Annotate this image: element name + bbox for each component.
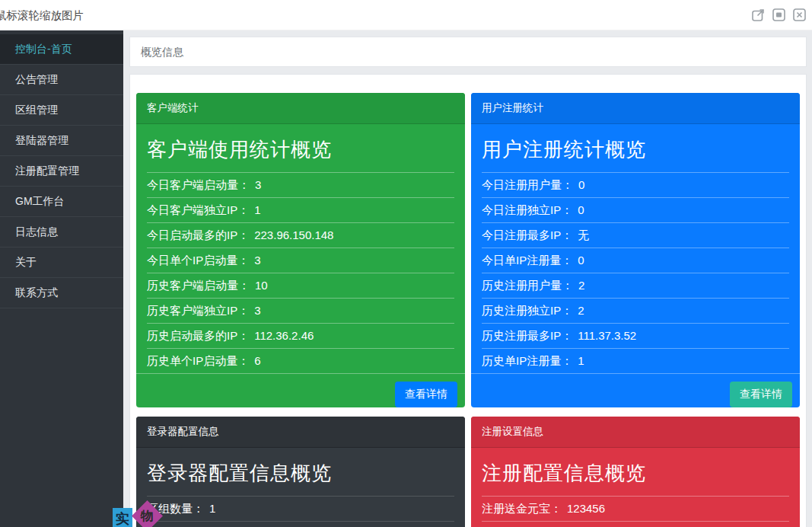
stat-row: 注册送金元宝：123456	[482, 496, 789, 521]
overview-header-label: 概览信息	[141, 46, 183, 58]
cards-grid: 客户端统计 客户端使用统计概览 今日客户端启动量：3 今日客户端独立IP：1 今…	[136, 93, 800, 527]
stat-label: 今日注册独立IP：	[482, 203, 572, 216]
stat-value: 123456	[567, 502, 605, 515]
dashboard-panel: 客户端统计 客户端使用统计概览 今日客户端启动量：3 今日客户端独立IP：1 今…	[129, 74, 807, 527]
stat-row: 注册送银元宝：12346	[482, 521, 789, 527]
stat-row: 今日启动最多的IP：223.96.150.148	[147, 222, 454, 248]
stat-label: 今日注册最多IP：	[482, 228, 572, 241]
stat-value: 0	[578, 254, 584, 267]
card-body: 登录器配置信息概览 区组数量：1 公告数量：1	[136, 448, 465, 527]
view-details-button[interactable]: 查看详情	[730, 382, 792, 407]
sidebar-item-6[interactable]: 日志信息	[0, 217, 123, 248]
stat-value: 2	[578, 304, 584, 317]
card-title: 客户端使用统计概览	[147, 136, 454, 163]
sidebar-item-5[interactable]: GM工作台	[0, 187, 123, 217]
card-stats: 区组数量：1 公告数量：1	[147, 496, 454, 527]
floating-badge-shi[interactable]: 实	[113, 508, 132, 527]
card-client-stats: 客户端统计 客户端使用统计概览 今日客户端启动量：3 今日客户端独立IP：1 今…	[136, 93, 465, 407]
stat-label: 今日客户端启动量：	[147, 178, 250, 191]
stat-label: 历史启动最多的IP：	[147, 329, 249, 342]
close-window-icon[interactable]	[792, 8, 807, 22]
stat-value: 223.96.150.148	[254, 228, 333, 241]
sidebar-item-4[interactable]: 注册配置管理	[0, 156, 123, 187]
overview-header-bar: 概览信息	[129, 37, 807, 67]
stat-label: 历史注册用户量：	[482, 279, 573, 292]
stat-label: 历史单IP注册量：	[482, 354, 572, 367]
card-title: 用户注册统计概览	[482, 136, 789, 163]
stat-label: 历史客户端独立IP：	[147, 304, 249, 317]
stat-value: 1	[254, 203, 260, 216]
stat-row: 历史注册独立IP：2	[482, 298, 789, 323]
stat-row: 今日单个IP启动量：3	[147, 248, 454, 273]
stat-label: 历史注册独立IP：	[482, 304, 572, 317]
stat-value: 1	[209, 502, 215, 515]
stat-row: 历史启动最多的IP：112.36.2.46	[147, 323, 454, 348]
sidebar-nav: 控制台-首页 公告管理 区组管理 登陆器管理 注册配置管理 GM工作台 日志信息…	[0, 30, 123, 527]
stat-label: 今日启动最多的IP：	[147, 228, 249, 241]
sidebar-item-7[interactable]: 关于	[0, 248, 123, 278]
stat-value: 111.37.3.52	[578, 329, 636, 342]
stat-value: 10	[255, 279, 268, 292]
open-external-icon[interactable]	[751, 8, 766, 22]
stat-row: 公告数量：1	[147, 521, 454, 527]
view-details-button[interactable]: 查看详情	[395, 382, 457, 407]
sidebar-item-0[interactable]: 控制台-首页	[0, 34, 123, 65]
card-body: 用户注册统计概览 今日注册用户量：0 今日注册独立IP：0 今日注册最多IP：无…	[471, 124, 800, 373]
card-user-register-stats: 用户注册统计 用户注册统计概览 今日注册用户量：0 今日注册独立IP：0 今日注…	[471, 93, 800, 407]
card-title: 注册配置信息概览	[482, 460, 789, 487]
card-body: 客户端使用统计概览 今日客户端启动量：3 今日客户端独立IP：1 今日启动最多的…	[136, 124, 465, 373]
stat-row: 历史注册用户量：2	[482, 273, 789, 298]
card-footer: 查看详情	[471, 373, 800, 407]
content-area: 概览信息 客户端统计 客户端使用统计概览 今日客户端启动量：3 今日客户端独立I…	[123, 30, 812, 527]
sidebar-item-1[interactable]: 公告管理	[0, 65, 123, 95]
card-header: 客户端统计	[136, 93, 465, 124]
stat-row: 历史单IP注册量：1	[482, 348, 789, 373]
stat-label: 今日单个IP启动量：	[147, 254, 249, 267]
stat-row: 历史注册最多IP：111.37.3.52	[482, 323, 789, 348]
stat-label: 注册送金元宝：	[482, 502, 562, 515]
floating-badge-wu-label: 物	[141, 507, 154, 525]
stat-label: 今日注册用户量：	[482, 178, 573, 191]
window-title: 鼠标滚轮缩放图片	[0, 8, 84, 23]
card-stats: 今日注册用户量：0 今日注册独立IP：0 今日注册最多IP：无 今日单IP注册量…	[482, 172, 789, 373]
stat-row: 今日注册独立IP：0	[482, 197, 789, 222]
card-header: 注册设置信息	[471, 417, 800, 448]
sidebar-item-8[interactable]: 联系方式	[0, 278, 123, 308]
stat-value: 3	[254, 304, 260, 317]
card-title: 登录器配置信息概览	[147, 460, 454, 487]
card-header: 登录器配置信息	[136, 417, 465, 448]
stat-value: 3	[254, 254, 260, 267]
stat-row: 历史客户端启动量：10	[147, 273, 454, 298]
stat-value: 6	[254, 354, 260, 367]
card-body: 注册配置信息概览 注册送金元宝：123456 注册送银元宝：12346	[471, 448, 800, 527]
sidebar-item-2[interactable]: 区组管理	[0, 95, 123, 126]
stat-row: 今日客户端独立IP：1	[147, 197, 454, 222]
stat-row: 历史单个IP启动量：6	[147, 348, 454, 373]
stat-value: 1	[578, 354, 584, 367]
stat-label: 今日客户端独立IP：	[147, 203, 249, 216]
stat-label: 历史单个IP启动量：	[147, 354, 249, 367]
window-titlebar: 鼠标滚轮缩放图片	[0, 0, 812, 30]
card-register-config: 注册设置信息 注册配置信息概览 注册送金元宝：123456 注册送银元宝：123…	[471, 417, 800, 527]
window-controls	[751, 8, 807, 22]
stat-row: 区组数量：1	[147, 496, 454, 521]
stat-value: 0	[578, 178, 584, 191]
stat-value: 112.36.2.46	[254, 329, 314, 342]
stat-value: 无	[578, 228, 589, 241]
stat-value: 0	[578, 203, 584, 216]
stat-label: 今日单IP注册量：	[482, 254, 572, 267]
restore-window-icon[interactable]	[772, 8, 786, 22]
stat-value: 2	[578, 279, 584, 292]
stat-row: 今日单IP注册量：0	[482, 248, 789, 273]
card-footer: 查看详情	[136, 373, 465, 407]
stat-row: 今日注册用户量：0	[482, 172, 789, 197]
card-launcher-config: 登录器配置信息 登录器配置信息概览 区组数量：1 公告数量：1	[136, 417, 465, 527]
stat-row: 今日注册最多IP：无	[482, 222, 789, 248]
card-header: 用户注册统计	[471, 93, 800, 124]
stat-value: 3	[255, 178, 261, 191]
stat-row: 今日客户端启动量：3	[147, 172, 454, 197]
sidebar-item-3[interactable]: 登陆器管理	[0, 126, 123, 156]
stat-row: 历史客户端独立IP：3	[147, 298, 454, 323]
card-stats: 今日客户端启动量：3 今日客户端独立IP：1 今日启动最多的IP：223.96.…	[147, 172, 454, 373]
stat-label: 历史注册最多IP：	[482, 329, 572, 342]
